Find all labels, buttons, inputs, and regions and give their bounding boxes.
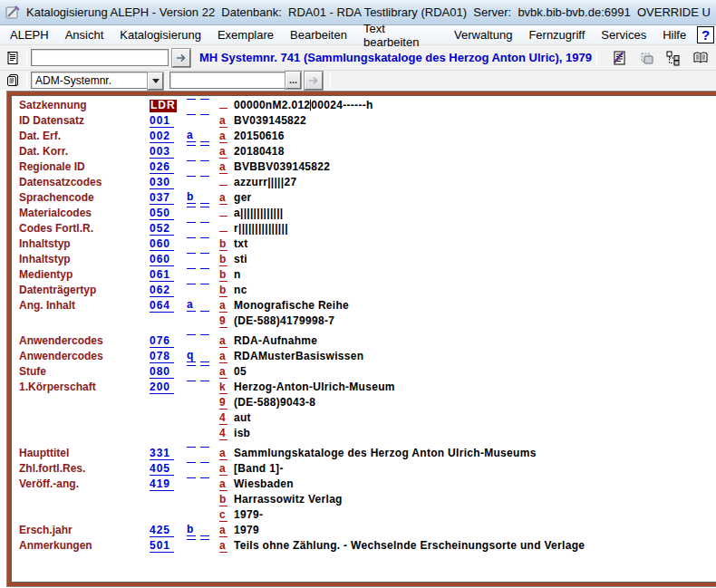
indicator-1[interactable] (187, 207, 196, 207)
menu-item-bearbeiten[interactable]: Bearbeiten (282, 26, 355, 43)
field-value[interactable]: nc (234, 284, 716, 296)
indicator-2[interactable] (200, 284, 209, 284)
field-tag[interactable]: 331 (150, 448, 174, 460)
subfield-code[interactable]: b (219, 254, 227, 266)
help-icon[interactable]: ? (697, 26, 714, 43)
field-indicators[interactable]: b (187, 524, 219, 536)
indicator-1[interactable]: b (187, 524, 196, 536)
indicator-1[interactable] (187, 284, 196, 284)
field-tag[interactable]: 050 (150, 207, 174, 220)
record-go-button[interactable] (172, 49, 190, 67)
field-tag[interactable]: 026 (150, 161, 174, 174)
field-tag[interactable]: 061 (150, 269, 174, 282)
subfield-code[interactable]: a (219, 300, 227, 313)
field-indicators[interactable] (187, 539, 219, 540)
field-tag[interactable]: 080 (150, 366, 174, 379)
field-indicators[interactable] (187, 145, 219, 146)
field-value[interactable]: Monografische Reihe (234, 299, 716, 312)
subfield-code[interactable]: b (219, 238, 227, 251)
field-value[interactable]: isb (234, 427, 716, 439)
indicator-2[interactable] (200, 191, 209, 204)
subfield-code[interactable]: a (219, 366, 227, 379)
field-value[interactable]: sti (234, 253, 716, 265)
indicator-2[interactable] (200, 268, 209, 269)
field-tag[interactable]: 425 (150, 525, 174, 537)
field-tag[interactable]: 003 (150, 146, 174, 159)
indicator-2[interactable] (200, 477, 209, 478)
field-indicators[interactable] (187, 365, 219, 366)
field-tag[interactable]: 060 (150, 238, 174, 251)
indicator-2[interactable] (200, 222, 209, 223)
indicator-1[interactable] (187, 539, 196, 540)
indicator-2[interactable] (200, 365, 209, 366)
menu-item-aleph[interactable]: ALEPH (2, 26, 57, 43)
indicator-2[interactable] (200, 176, 209, 177)
field-indicators[interactable] (187, 493, 219, 494)
menu-item-hilfe[interactable]: Hilfe (654, 26, 694, 43)
field-value[interactable]: Wiesbaden (234, 477, 716, 490)
field-indicators[interactable] (187, 381, 219, 381)
field-value[interactable]: RDA-Aufnahme (234, 334, 716, 347)
field-value[interactable]: 1979 (234, 524, 716, 536)
indicator-2[interactable] (200, 114, 209, 115)
menu-item-services[interactable]: Services (593, 26, 654, 43)
indicator-1[interactable]: a (187, 299, 196, 312)
subfield-code[interactable]: a (219, 130, 227, 143)
field-value[interactable]: BV039145822 (234, 114, 716, 127)
field-tag[interactable]: 062 (150, 284, 174, 297)
field-value[interactable]: aut (234, 411, 716, 424)
subfield-code[interactable] (219, 185, 227, 186)
field-value[interactable]: 05 (234, 365, 716, 378)
browse-button[interactable]: ... (285, 72, 301, 89)
nav-go-button[interactable] (305, 72, 323, 90)
indicator-1[interactable] (187, 237, 196, 238)
field-value[interactable]: r||||||||||||||| (234, 222, 716, 235)
search-value-input[interactable] (169, 72, 285, 89)
indicator-2[interactable] (200, 160, 209, 161)
field-indicators[interactable] (187, 237, 219, 238)
field-value[interactable]: 20180418 (234, 145, 716, 158)
subfield-code[interactable]: a (219, 335, 227, 348)
indicator-2[interactable] (200, 253, 209, 254)
field-indicators[interactable] (187, 176, 219, 177)
subfield-code[interactable]: k (219, 381, 227, 394)
subfield-code[interactable]: b (219, 284, 227, 297)
indicator-2[interactable] (200, 299, 209, 312)
indicator-1[interactable] (187, 222, 196, 223)
search-key-select[interactable]: ADM-Systemnr. (31, 72, 164, 89)
subfield-code[interactable]: 4 (219, 428, 227, 440)
tree-view-icon[interactable] (664, 49, 682, 67)
field-indicators[interactable] (187, 462, 219, 463)
field-value[interactable]: Sammlungskataloge des Herzog Anton Ulric… (234, 447, 716, 459)
indicator-1[interactable] (187, 114, 196, 115)
subfield-code[interactable]: c (219, 509, 227, 522)
stamp-icon[interactable] (637, 49, 655, 67)
field-indicators[interactable] (187, 314, 219, 315)
field-indicators[interactable] (187, 222, 219, 223)
field-indicators[interactable] (187, 268, 219, 269)
field-tag[interactable]: LDR (150, 100, 177, 112)
field-value[interactable]: 20150616 (234, 130, 716, 142)
field-indicators[interactable] (187, 99, 219, 100)
subfield-code[interactable]: b (219, 269, 227, 282)
edit-record-icon[interactable] (610, 49, 628, 67)
field-indicators[interactable] (187, 508, 219, 509)
indicator-2[interactable] (200, 447, 209, 448)
subfield-code[interactable] (219, 231, 227, 232)
field-indicators[interactable]: a (187, 130, 219, 142)
field-tag[interactable]: 078 (150, 351, 174, 363)
field-value[interactable]: a||||||||||||| (234, 207, 716, 219)
subfield-code[interactable]: a (219, 146, 227, 159)
indicator-2[interactable] (200, 350, 209, 362)
subfield-code[interactable]: b (219, 494, 227, 506)
subfield-code[interactable]: 9 (219, 397, 227, 410)
indicator-1[interactable]: a (187, 130, 196, 142)
menu-item-katalogisierung[interactable]: Katalogisierung (111, 26, 209, 43)
indicator-2[interactable] (200, 207, 209, 207)
field-value[interactable]: [Band 1]- (234, 462, 716, 475)
indicator-2[interactable] (200, 334, 209, 335)
field-value[interactable]: Herzog-Anton-Ulrich-Museum (234, 381, 716, 393)
field-tag[interactable]: 037 (150, 192, 174, 205)
field-tag[interactable]: 076 (150, 335, 174, 348)
card-index-icon[interactable] (3, 71, 23, 91)
